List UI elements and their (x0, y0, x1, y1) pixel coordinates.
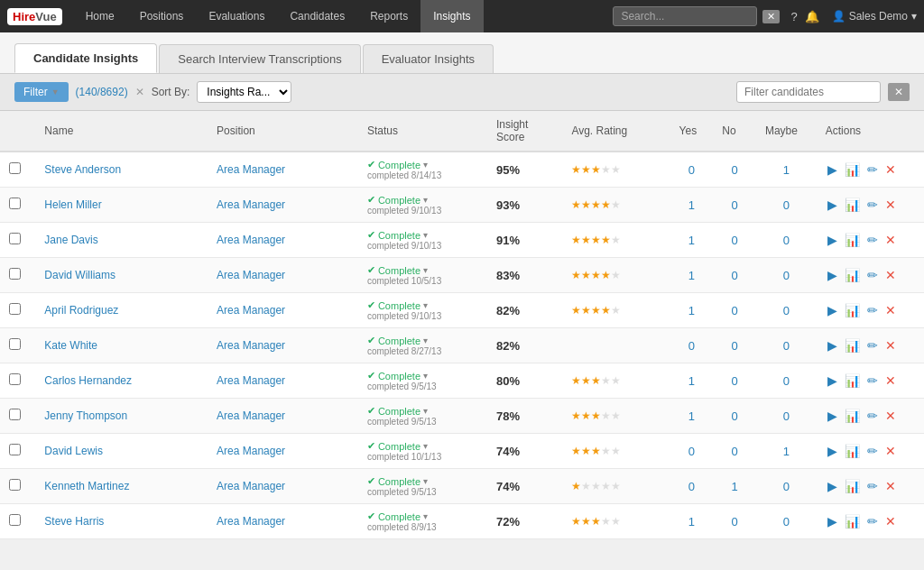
candidate-name[interactable]: April Rodriguez (35, 293, 208, 328)
filter-candidates-clear-button[interactable]: ✕ (888, 83, 910, 101)
tab-search-transcriptions[interactable]: Search Interview Transcriptions (159, 44, 360, 73)
chart-button[interactable]: 📊 (843, 232, 862, 248)
row-checkbox[interactable] (0, 293, 35, 328)
play-button[interactable]: ▶ (826, 513, 839, 529)
nav-home[interactable]: Home (73, 0, 127, 32)
delete-button[interactable]: ✕ (883, 443, 898, 459)
filter-candidates-input[interactable] (736, 81, 881, 103)
sort-select[interactable]: Insights Ra... (197, 81, 291, 103)
chart-button[interactable]: 📊 (843, 443, 862, 459)
delete-button[interactable]: ✕ (883, 232, 898, 248)
chart-button[interactable]: 📊 (843, 197, 862, 213)
edit-button[interactable]: ✏ (865, 443, 880, 459)
play-button[interactable]: ▶ (826, 478, 839, 494)
row-checkbox[interactable] (0, 328, 35, 363)
row-checkbox[interactable] (0, 504, 35, 539)
play-button[interactable]: ▶ (826, 372, 839, 389)
filter-button[interactable]: Filter ▼ (14, 82, 69, 102)
delete-button[interactable]: ✕ (883, 513, 898, 529)
edit-button[interactable]: ✏ (865, 267, 880, 283)
status-dropdown[interactable]: ▾ (423, 160, 428, 170)
play-button[interactable]: ▶ (826, 302, 839, 318)
position-name[interactable]: Area Manager (208, 504, 358, 539)
candidate-name[interactable]: Kenneth Martinez (35, 469, 208, 504)
nav-positions[interactable]: Positions (127, 0, 197, 32)
candidate-name[interactable]: Steve Anderson (35, 152, 208, 188)
edit-button[interactable]: ✏ (865, 197, 880, 213)
chart-button[interactable]: 📊 (843, 302, 862, 318)
search-input[interactable] (613, 6, 757, 26)
status-dropdown[interactable]: ▾ (423, 441, 428, 451)
position-name[interactable]: Area Manager (208, 469, 358, 504)
delete-button[interactable]: ✕ (883, 408, 898, 424)
edit-button[interactable]: ✏ (865, 513, 880, 529)
filter-clear-icon[interactable]: ✕ (135, 86, 144, 98)
chart-button[interactable]: 📊 (843, 337, 862, 354)
chart-button[interactable]: 📊 (843, 267, 862, 283)
edit-button[interactable]: ✏ (865, 161, 880, 178)
edit-button[interactable]: ✏ (865, 372, 880, 389)
row-checkbox[interactable] (0, 469, 35, 504)
nav-reports[interactable]: Reports (357, 0, 420, 32)
edit-button[interactable]: ✏ (865, 408, 880, 424)
edit-button[interactable]: ✏ (865, 337, 880, 354)
nav-candidates[interactable]: Candidates (277, 0, 357, 32)
status-dropdown[interactable]: ▾ (423, 406, 428, 416)
candidate-name[interactable]: Helen Miller (35, 188, 208, 223)
chart-button[interactable]: 📊 (843, 408, 862, 424)
play-button[interactable]: ▶ (826, 161, 839, 178)
nav-insights[interactable]: Insights (420, 0, 483, 32)
play-button[interactable]: ▶ (826, 408, 839, 424)
position-name[interactable]: Area Manager (208, 434, 358, 469)
status-dropdown[interactable]: ▾ (423, 230, 428, 240)
status-dropdown[interactable]: ▾ (423, 336, 428, 345)
delete-button[interactable]: ✕ (883, 161, 898, 178)
position-name[interactable]: Area Manager (208, 363, 358, 399)
notification-icon[interactable]: 🔔 (805, 10, 819, 23)
delete-button[interactable]: ✕ (883, 197, 898, 213)
help-icon[interactable]: ? (790, 10, 797, 23)
row-checkbox[interactable] (0, 434, 35, 469)
position-name[interactable]: Area Manager (208, 399, 358, 434)
row-checkbox[interactable] (0, 363, 35, 399)
play-button[interactable]: ▶ (826, 337, 839, 354)
user-menu[interactable]: 👤 Sales Demo ▾ (832, 10, 917, 23)
row-checkbox[interactable] (0, 258, 35, 293)
candidate-name[interactable]: Jenny Thompson (35, 399, 208, 434)
edit-button[interactable]: ✏ (865, 478, 880, 494)
candidate-name[interactable]: David Williams (35, 258, 208, 293)
position-name[interactable]: Area Manager (208, 328, 358, 363)
play-button[interactable]: ▶ (826, 232, 839, 248)
chart-button[interactable]: 📊 (843, 478, 862, 494)
delete-button[interactable]: ✕ (883, 372, 898, 389)
position-name[interactable]: Area Manager (208, 223, 358, 258)
tab-candidate-insights[interactable]: Candidate Insights (14, 43, 157, 73)
edit-button[interactable]: ✏ (865, 232, 880, 248)
play-button[interactable]: ▶ (826, 197, 839, 213)
status-dropdown[interactable]: ▾ (423, 300, 428, 310)
play-button[interactable]: ▶ (826, 267, 839, 283)
tab-evaluator-insights[interactable]: Evaluator Insights (363, 44, 494, 73)
chart-button[interactable]: 📊 (843, 513, 862, 529)
chart-button[interactable]: 📊 (843, 161, 862, 178)
position-name[interactable]: Area Manager (208, 188, 358, 223)
candidate-name[interactable]: David Lewis (35, 434, 208, 469)
chart-button[interactable]: 📊 (843, 372, 862, 389)
row-checkbox[interactable] (0, 223, 35, 258)
search-clear-button[interactable]: ✕ (762, 10, 780, 23)
row-checkbox[interactable] (0, 152, 35, 188)
position-name[interactable]: Area Manager (208, 258, 358, 293)
candidate-name[interactable]: Steve Harris (35, 504, 208, 539)
status-dropdown[interactable]: ▾ (423, 511, 428, 521)
status-dropdown[interactable]: ▾ (423, 195, 428, 205)
candidate-name[interactable]: Kate White (35, 328, 208, 363)
status-dropdown[interactable]: ▾ (423, 371, 428, 381)
row-checkbox[interactable] (0, 399, 35, 434)
edit-button[interactable]: ✏ (865, 302, 880, 318)
delete-button[interactable]: ✕ (883, 478, 898, 494)
candidate-name[interactable]: Jane Davis (35, 223, 208, 258)
status-dropdown[interactable]: ▾ (423, 476, 428, 486)
delete-button[interactable]: ✕ (883, 337, 898, 354)
candidate-name[interactable]: Carlos Hernandez (35, 363, 208, 399)
delete-button[interactable]: ✕ (883, 267, 898, 283)
